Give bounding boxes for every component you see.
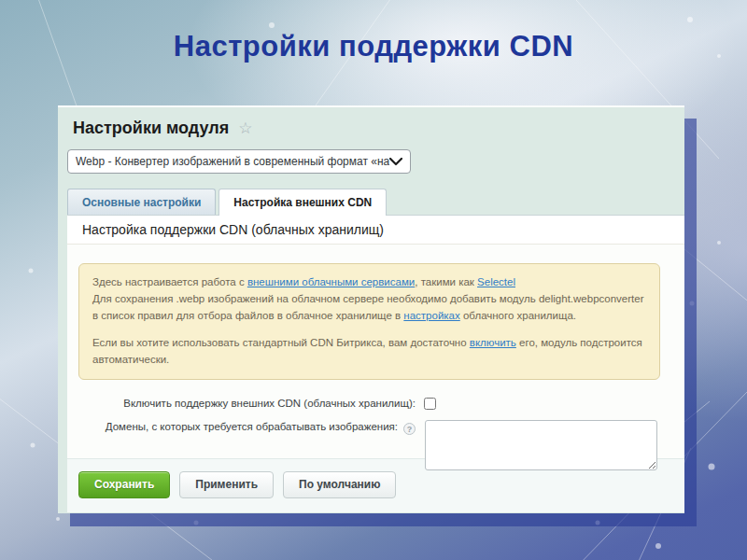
defaults-button[interactable]: По умолчанию (283, 471, 396, 498)
tab-external-cdn[interactable]: Настройка внешних CDN (218, 189, 387, 216)
favorite-star-icon[interactable]: ☆ (238, 120, 252, 136)
enable-cdn-label: Включить поддержку внешних CDN (облачных… (67, 397, 416, 411)
tab-content: Настройка поддержки CDN (облачных хранил… (67, 215, 684, 511)
module-select[interactable]: Webp - Конвертер изображений в современн… (67, 149, 411, 174)
module-settings-panel: Настройки модуля ☆ Webp - Конвертер изоб… (58, 105, 684, 513)
external-cloud-services-link[interactable]: внешними облачными сервисами (247, 276, 415, 287)
section-body: Здесь настраивается работа с внешними об… (67, 245, 684, 458)
apply-button[interactable]: Применить (179, 471, 274, 498)
domains-label-text: Домены, с которых требуется обрабатывать… (106, 421, 398, 432)
help-icon[interactable]: ? (403, 423, 416, 435)
chevron-down-icon (389, 158, 402, 166)
storage-settings-link[interactable]: настройках (403, 310, 459, 321)
domains-textarea[interactable] (425, 420, 657, 470)
info-line-3: Если вы хотите использовать стандартный … (92, 335, 646, 369)
tab-main-settings[interactable]: Основные настройки (67, 189, 216, 215)
panel-header: Настройки модуля ☆ (58, 107, 684, 138)
info-text: Если вы хотите использовать стандартный … (92, 337, 470, 348)
info-box: Здесь настраивается работа с внешними об… (78, 263, 660, 380)
info-line-2: Для сохранения .webp изображений на обла… (92, 291, 646, 325)
save-button[interactable]: Сохранить (78, 471, 170, 498)
enable-bitrix-cdn-link[interactable]: включить (470, 337, 516, 348)
domains-label: Домены, с которых требуется обрабатывать… (67, 420, 416, 435)
panel-header-title: Настройки модуля (73, 119, 229, 138)
info-text: облачного хранилища. (460, 310, 576, 321)
info-text: Здесь настраивается работа с (92, 276, 247, 287)
info-line-1: Здесь настраивается работа с внешними об… (92, 274, 646, 291)
settings-tabbar: Основные настройки Настройка внешних CDN (67, 189, 684, 215)
selectel-link[interactable]: Selectel (477, 276, 515, 287)
module-select-value: Webp - Конвертер изображений в современн… (76, 155, 389, 168)
enable-cdn-checkbox[interactable] (424, 398, 436, 410)
enable-cdn-row: Включить поддержку внешних CDN (облачных… (67, 397, 684, 411)
page-title: Настройки поддержки CDN (0, 30, 747, 63)
section-title: Настройка поддержки CDN (облачных хранил… (67, 216, 684, 245)
info-text: , такими как (415, 276, 477, 287)
